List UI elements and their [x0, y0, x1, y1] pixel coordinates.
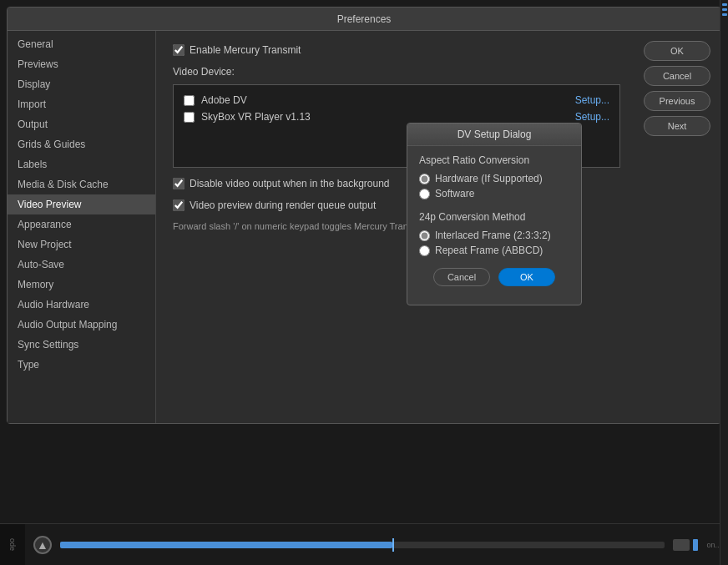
- dv-dialog-title: DV Setup Dialog: [407, 124, 581, 146]
- device-row-adobe-dv: Adobe DV Setup...: [180, 92, 613, 108]
- software-radio-row: Software: [419, 188, 569, 199]
- sidebar-item-previews[interactable]: Previews: [8, 54, 155, 74]
- progress-bar-area: ▲: [25, 524, 706, 565]
- software-radio[interactable]: [419, 189, 430, 199]
- enable-mercury-row: Enable Mercury Transmit: [173, 44, 620, 56]
- sidebar: General Previews Display Import Output G…: [8, 31, 156, 423]
- dv-dialog-buttons: Cancel OK: [419, 268, 569, 286]
- scroll-tick-2: [722, 8, 727, 11]
- sidebar-item-memory[interactable]: Memory: [8, 275, 155, 295]
- cancel-button[interactable]: Cancel: [644, 66, 710, 86]
- scroll-tick-3: [722, 13, 727, 16]
- right-scrollbar: [720, 0, 728, 565]
- sidebar-item-appearance[interactable]: Appearance: [8, 214, 155, 235]
- disable-video-checkbox[interactable]: [173, 178, 185, 189]
- sidebar-item-type[interactable]: Type: [8, 355, 155, 375]
- timeline-marker: [392, 538, 394, 552]
- timeline-bar[interactable]: [60, 542, 665, 548]
- interlaced-radio-row: Interlaced Frame (2:3:3:2): [419, 230, 569, 241]
- conversion-method-title: 24p Conversion Method: [419, 211, 569, 223]
- interlaced-radio[interactable]: [419, 230, 430, 241]
- adobe-dv-checkbox[interactable]: [184, 95, 195, 106]
- conversion-method-group: Interlaced Frame (2:3:3:2) Repeat Frame …: [419, 230, 569, 256]
- previous-button[interactable]: Previous: [644, 91, 710, 111]
- sidebar-item-auto-save[interactable]: Auto-Save: [8, 255, 155, 275]
- window-body: General Previews Display Import Output G…: [8, 31, 720, 423]
- ode-label: ode: [8, 538, 17, 551]
- hardware-radio-row: Hardware (If Supported): [419, 173, 569, 184]
- repeat-radio-row: Repeat Frame (ABBCD): [419, 245, 569, 256]
- taskbar-icon-1[interactable]: [673, 539, 690, 551]
- sidebar-item-audio-output-mapping[interactable]: Audio Output Mapping: [8, 315, 155, 335]
- sidebar-item-display[interactable]: Display: [8, 74, 155, 94]
- video-preview-render-label: Video preview during render queue output: [190, 199, 376, 211]
- adobe-dv-setup[interactable]: Setup...: [575, 94, 609, 106]
- scroll-tick-1: [722, 3, 727, 6]
- video-device-label: Video Device:: [173, 66, 620, 78]
- taskbar-left-panel: ode: [0, 524, 25, 565]
- sidebar-item-new-project[interactable]: New Project: [8, 235, 155, 255]
- enable-mercury-label: Enable Mercury Transmit: [190, 44, 301, 56]
- sidebar-item-media-disk-cache[interactable]: Media & Disk Cache: [8, 174, 155, 194]
- sidebar-item-grids[interactable]: Grids & Guides: [8, 134, 155, 154]
- taskbar-icon-2[interactable]: [693, 539, 698, 551]
- timeline-progress: [60, 542, 392, 548]
- taskbar: ode ▲ on...: [0, 523, 728, 565]
- software-label: Software: [435, 188, 474, 199]
- taskbar-right-controls: [673, 539, 698, 551]
- disable-video-label: Disable video output when in the backgro…: [190, 178, 390, 189]
- play-controls: ▲: [33, 536, 52, 554]
- dv-setup-dialog: DV Setup Dialog Aspect Ratio Conversion …: [407, 123, 582, 305]
- interlaced-label: Interlaced Frame (2:3:3:2): [435, 230, 551, 241]
- sidebar-item-output[interactable]: Output: [8, 114, 155, 134]
- next-button[interactable]: Next: [644, 116, 710, 136]
- title-bar: Preferences: [8, 8, 720, 31]
- sidebar-item-import[interactable]: Import: [8, 94, 155, 114]
- enable-mercury-checkbox[interactable]: [173, 44, 185, 56]
- repeat-radio[interactable]: [419, 245, 430, 256]
- skybox-checkbox[interactable]: [184, 112, 195, 123]
- dv-dialog-body: Aspect Ratio Conversion Hardware (If Sup…: [407, 146, 581, 295]
- video-preview-render-checkbox[interactable]: [173, 199, 185, 211]
- dv-cancel-button[interactable]: Cancel: [433, 268, 490, 286]
- sidebar-item-sync-settings[interactable]: Sync Settings: [8, 335, 155, 355]
- sidebar-item-labels[interactable]: Labels: [8, 154, 155, 174]
- ok-button[interactable]: OK: [644, 41, 710, 61]
- skybox-setup[interactable]: Setup...: [575, 111, 609, 123]
- repeat-label: Repeat Frame (ABBCD): [435, 245, 543, 256]
- buttons-panel: OK Cancel Previous Next: [637, 31, 720, 423]
- sidebar-item-audio-hardware[interactable]: Audio Hardware: [8, 295, 155, 315]
- skybox-name: SkyBox VR Player v1.13: [201, 111, 569, 123]
- aspect-ratio-group: Hardware (If Supported) Software: [419, 173, 569, 199]
- sidebar-item-video-preview[interactable]: Video Preview: [8, 194, 155, 214]
- adobe-dv-name: Adobe DV: [201, 94, 569, 106]
- sidebar-item-general[interactable]: General: [8, 34, 155, 54]
- dv-ok-button[interactable]: OK: [498, 268, 555, 286]
- hardware-label: Hardware (If Supported): [435, 173, 543, 184]
- window-title: Preferences: [337, 13, 392, 25]
- hardware-radio[interactable]: [419, 174, 430, 184]
- aspect-ratio-title: Aspect Ratio Conversion: [419, 154, 569, 166]
- preferences-window: Preferences General Previews Display Imp…: [7, 7, 721, 424]
- add-button[interactable]: ▲: [33, 536, 52, 554]
- main-content: Enable Mercury Transmit Video Device: Ad…: [156, 31, 637, 423]
